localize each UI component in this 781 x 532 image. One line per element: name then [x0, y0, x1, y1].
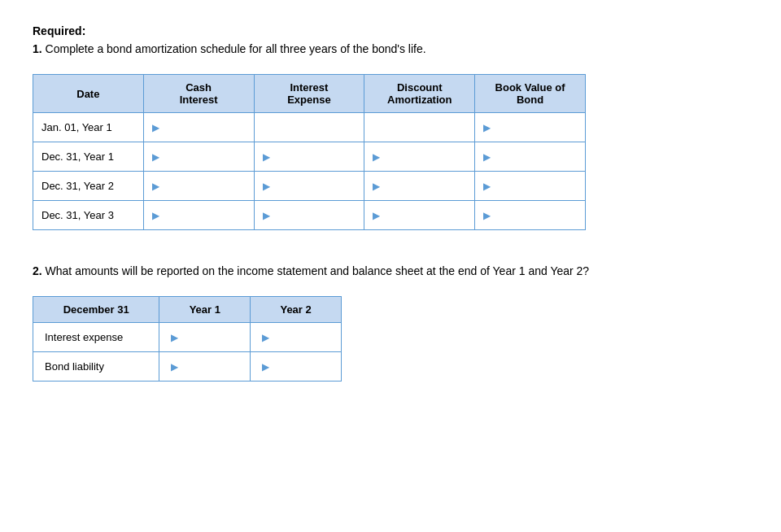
arrow-icon: ▶	[373, 151, 380, 163]
bond-liability-year2[interactable]: ▶	[251, 352, 342, 382]
cash-interest-input-1[interactable]: ▶	[143, 113, 254, 142]
arrow-icon: ▶	[263, 151, 270, 163]
header-year1: Year 1	[159, 297, 251, 323]
cash-interest-input-3[interactable]: ▶	[143, 172, 254, 201]
book-value-input-1[interactable]: ▶	[475, 113, 586, 142]
discount-amort-input-4[interactable]: ▶	[364, 201, 475, 230]
header-interest-expense: InterestExpense	[254, 75, 364, 113]
book-value-input-4[interactable]: ▶	[475, 201, 586, 230]
interest-expense-input-1[interactable]	[254, 113, 364, 142]
arrow-icon: ▶	[373, 181, 380, 192]
interest-expense-year1[interactable]: ▶	[159, 323, 251, 352]
header-discount-amortization: DiscountAmortization	[364, 75, 475, 113]
arrow-icon: ▶	[263, 210, 270, 221]
arrow-icon: ▶	[263, 181, 270, 192]
arrow-icon: ▶	[171, 332, 178, 343]
date-cell-3: Dec. 31, Year 2	[33, 172, 144, 201]
header-year2: Year 2	[251, 297, 342, 323]
discount-amort-input-3[interactable]: ▶	[364, 172, 475, 201]
date-cell-1: Jan. 01, Year 1	[33, 113, 144, 142]
arrow-icon: ▶	[483, 151, 491, 163]
question-2-number: 2.	[33, 264, 42, 277]
date-cell-4: Dec. 31, Year 3	[33, 201, 144, 230]
second-table: December 31 Year 1 Year 2 Interest expen…	[33, 296, 342, 382]
interest-expense-input-2[interactable]: ▶	[254, 142, 364, 172]
arrow-icon: ▶	[152, 151, 159, 163]
bond-liability-label: Bond liability	[33, 352, 159, 382]
discount-amort-input-2[interactable]: ▶	[364, 142, 475, 172]
table-row: Interest expense ▶ ▶	[33, 323, 342, 352]
book-value-input-2[interactable]: ▶	[475, 142, 586, 172]
arrow-icon: ▶	[373, 210, 380, 221]
arrow-icon: ▶	[262, 332, 269, 343]
table-row: Bond liability ▶ ▶	[33, 352, 342, 382]
date-cell-2: Dec. 31, Year 1	[33, 142, 144, 172]
cash-interest-input-4[interactable]: ▶	[143, 201, 254, 230]
interest-expense-input-3[interactable]: ▶	[254, 172, 364, 201]
interest-expense-input-4[interactable]: ▶	[254, 201, 364, 230]
arrow-icon: ▶	[171, 361, 178, 373]
arrow-icon: ▶	[483, 181, 491, 192]
book-value-input-3[interactable]: ▶	[475, 172, 586, 201]
question-2-block: 2. What amounts will be reported on the …	[33, 263, 748, 280]
cash-interest-input-2[interactable]: ▶	[143, 142, 254, 172]
table-row: Dec. 31, Year 2 ▶ ▶ ▶ ▶	[33, 172, 586, 201]
discount-amort-input-1[interactable]	[364, 113, 475, 142]
arrow-icon: ▶	[152, 181, 159, 192]
header-dec31: December 31	[33, 297, 159, 323]
interest-expense-label: Interest expense	[33, 323, 159, 352]
arrow-icon: ▶	[262, 361, 269, 373]
header-date: Date	[33, 75, 144, 113]
arrow-icon: ▶	[483, 122, 491, 133]
interest-expense-year2[interactable]: ▶	[251, 323, 342, 352]
instruction-1: 1. Complete a bond amortization schedule…	[33, 41, 748, 58]
bond-liability-year1[interactable]: ▶	[159, 352, 251, 382]
instruction-1-text: Complete a bond amortization schedule fo…	[46, 42, 426, 55]
arrow-icon: ▶	[152, 210, 159, 221]
required-label: Required:	[33, 24, 748, 37]
instruction-1-number: 1.	[33, 42, 42, 55]
arrow-icon: ▶	[152, 122, 159, 133]
header-book-value: Book Value ofBond	[475, 75, 586, 113]
amortization-table: Date CashInterest InterestExpense Discou…	[33, 74, 586, 230]
table-row: Dec. 31, Year 1 ▶ ▶ ▶ ▶	[33, 142, 586, 172]
arrow-icon: ▶	[483, 210, 491, 221]
header-cash-interest: CashInterest	[143, 75, 254, 113]
question-2-text: What amounts will be reported on the inc…	[46, 264, 590, 277]
table-row: Jan. 01, Year 1 ▶ ▶	[33, 113, 586, 142]
table-row: Dec. 31, Year 3 ▶ ▶ ▶ ▶	[33, 201, 586, 230]
